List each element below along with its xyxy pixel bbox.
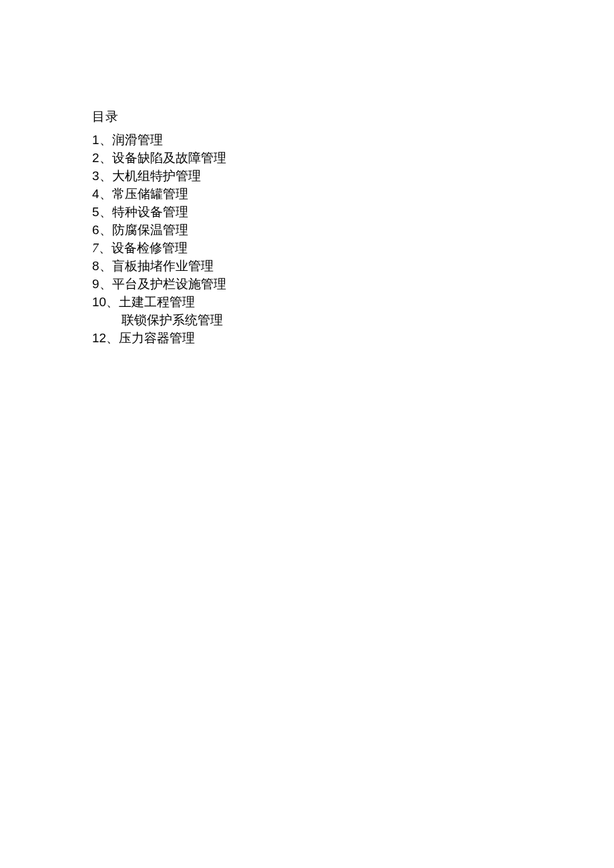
toc-item-label: 压力容器管理 <box>119 331 195 345</box>
toc-item: 联锁保护系统管理 <box>92 311 614 329</box>
toc-item-separator: 、 <box>99 133 112 147</box>
toc-item-number: 2 <box>92 151 99 165</box>
toc-item-number: 6 <box>92 223 99 237</box>
toc-list: 1、润滑管理2、设备缺陷及故障管理3、大机组特护管理4、常压储罐管理5、特种设备… <box>92 131 614 347</box>
toc-item-label: 润滑管理 <box>112 133 163 147</box>
toc-item: 3、大机组特护管理 <box>92 167 614 185</box>
toc-item-number: 7 <box>92 241 99 255</box>
toc-item: 12、压力容器管理 <box>92 329 614 347</box>
toc-item: 4、常压储罐管理 <box>92 185 614 203</box>
toc-item-label: 联锁保护系统管理 <box>121 313 223 327</box>
toc-item-label: 防腐保温管理 <box>112 223 188 237</box>
toc-item: 2、设备缺陷及故障管理 <box>92 149 614 167</box>
toc-item-number: 1 <box>92 133 99 147</box>
toc-item-number: 4 <box>92 187 99 201</box>
toc-item-separator: 、 <box>99 277 112 291</box>
toc-item-separator: 、 <box>99 241 111 255</box>
toc-item-number: 12 <box>92 331 106 345</box>
toc-item-label: 平台及护栏设施管理 <box>112 277 226 291</box>
toc-item-label: 常压储罐管理 <box>112 187 188 201</box>
toc-item: 9、平台及护栏设施管理 <box>92 275 614 293</box>
toc-item-number: 9 <box>92 277 99 291</box>
toc-item-label: 设备缺陷及故障管理 <box>112 151 226 165</box>
document-page: 目录 1、润滑管理2、设备缺陷及故障管理3、大机组特护管理4、常压储罐管理5、特… <box>0 0 614 347</box>
toc-item-number: 10 <box>92 295 106 309</box>
toc-item-label: 设备检修管理 <box>111 241 188 255</box>
toc-item: 8、盲板抽堵作业管理 <box>92 257 614 275</box>
toc-item: 7、设备检修管理 <box>92 239 614 257</box>
toc-item-label: 特种设备管理 <box>112 205 188 219</box>
toc-item-separator: 、 <box>99 205 112 219</box>
toc-item-separator: 、 <box>99 151 112 165</box>
toc-item-number: 8 <box>92 259 99 273</box>
toc-item-label: 盲板抽堵作业管理 <box>112 259 214 273</box>
toc-item: 1、润滑管理 <box>92 131 614 149</box>
toc-item-separator: 、 <box>106 331 119 345</box>
toc-title: 目录 <box>92 108 614 125</box>
toc-item-separator: 、 <box>106 295 119 309</box>
toc-item: 5、特种设备管理 <box>92 203 614 221</box>
toc-item-label: 大机组特护管理 <box>112 169 201 183</box>
toc-item: 10、土建工程管理 <box>92 293 614 311</box>
toc-item-label: 土建工程管理 <box>119 295 195 309</box>
toc-item-separator: 、 <box>99 187 112 201</box>
toc-item-separator: 、 <box>99 223 112 237</box>
toc-item-separator: 、 <box>99 259 112 273</box>
toc-item-number: 3 <box>92 169 99 183</box>
toc-item-separator: 、 <box>99 169 112 183</box>
toc-item-number: 5 <box>92 205 99 219</box>
toc-item: 6、防腐保温管理 <box>92 221 614 239</box>
